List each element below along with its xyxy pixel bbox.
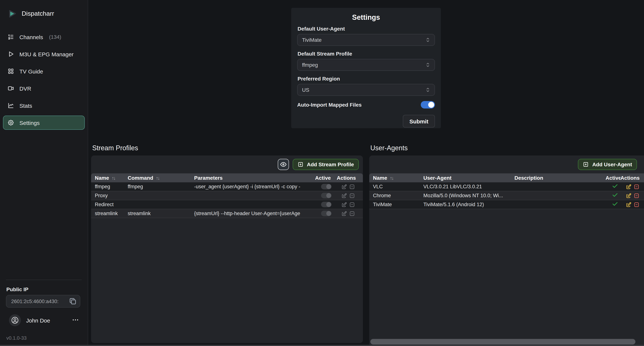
minus-square-icon <box>349 210 355 216</box>
sidebar-item-tv-guide[interactable]: TV Guide <box>3 64 85 78</box>
check-icon <box>612 183 618 189</box>
minus-square-icon <box>634 201 640 207</box>
edit-icon <box>626 201 632 207</box>
preferred-region-select[interactable]: US <box>297 84 435 96</box>
toggle-knob <box>326 202 331 207</box>
cell-name: TiviMate <box>373 202 423 207</box>
default-stream-profile-select[interactable]: ffmpeg <box>297 59 435 71</box>
delete-row-button[interactable] <box>634 201 640 207</box>
submit-row: Submit <box>297 115 435 128</box>
sidebar-item-channels[interactable]: Channels (134) <box>3 30 85 44</box>
delete-row-button[interactable] <box>349 192 355 198</box>
sidebar-item-stats[interactable]: Stats <box>3 98 85 113</box>
row-active-toggle[interactable] <box>321 211 332 216</box>
page-horizontal-scrollbar[interactable] <box>0 345 644 346</box>
toggle-visibility-button[interactable] <box>278 159 289 170</box>
copy-ip-button[interactable] <box>69 297 77 305</box>
copy-icon <box>69 297 77 305</box>
horizontal-scrollbar-thumb[interactable] <box>370 339 636 345</box>
add-user-agent-button[interactable]: Add User-Agent <box>578 159 637 170</box>
delete-row-button[interactable] <box>349 210 355 216</box>
sidebar-item-m3u-epg-manager[interactable]: M3U & EPG Manager <box>3 47 85 61</box>
row-active-toggle[interactable] <box>321 193 332 198</box>
user-agents-panel: Add User-Agent Name↑↓ User-Agent Descrip… <box>369 156 644 346</box>
cell-user-agent: TiviMate/5.1.6 (Android 12) <box>423 202 514 207</box>
edit-row-button[interactable] <box>626 201 632 207</box>
minus-square-icon <box>349 184 355 189</box>
stream-profiles-panel: Add Stream Profile Name↑↓ Command↑↓ Para… <box>91 156 363 343</box>
sidebar-footer: Public IP 2601:2c5:4600:a430: John Doe <box>0 280 88 346</box>
plus-square-icon <box>298 162 304 168</box>
edit-row-button[interactable] <box>341 201 347 207</box>
public-ip-label: Public IP <box>0 280 88 295</box>
add-user-agent-label: Add User-Agent <box>592 162 632 168</box>
stream-profiles-toolbar: Add Stream Profile <box>91 156 363 173</box>
app-window: Dispatcharr Channels (134) M3U & EPG Man… <box>0 0 644 346</box>
edit-row-button[interactable] <box>626 192 632 198</box>
cell-name: Chrome <box>373 193 423 198</box>
table-row: VLC VLC/3.0.21 LibVLC/3.0.21 <box>369 182 644 191</box>
column-header-user-agent: User-Agent <box>423 175 514 181</box>
preferred-region-field: Preferred Region US <box>297 76 435 96</box>
settings-title: Settings <box>297 13 435 22</box>
eye-icon <box>280 161 287 168</box>
default-user-agent-select[interactable]: TiviMate <box>297 34 435 46</box>
delete-row-button[interactable] <box>634 192 640 198</box>
user-agents-toolbar: Add User-Agent <box>369 156 644 173</box>
default-user-agent-label: Default User-Agent <box>298 26 435 32</box>
sort-icon: ↑↓ <box>390 175 393 181</box>
chevron-selector-icon <box>425 62 431 68</box>
default-stream-profile-value: ffmpeg <box>302 62 425 68</box>
chart-line-icon <box>8 102 14 109</box>
gear-icon <box>8 119 14 126</box>
column-header-parameters: Parameters <box>194 175 315 181</box>
delete-row-button[interactable] <box>349 201 355 207</box>
user-agents-section: User-Agents Add User-Agent Name↑↓ User-A… <box>369 144 644 346</box>
submit-button[interactable]: Submit <box>403 115 435 128</box>
app-logo[interactable]: Dispatcharr <box>0 0 88 25</box>
check-icon <box>612 192 618 198</box>
column-header-name[interactable]: Name↑↓ <box>95 175 128 181</box>
edit-row-button[interactable] <box>341 184 347 189</box>
table-row: Redirect <box>91 200 363 209</box>
edit-icon <box>626 192 632 198</box>
user-menu-button[interactable] <box>71 316 80 324</box>
sidebar-item-dvr[interactable]: DVR <box>3 81 85 95</box>
column-header-active: Active <box>315 175 337 181</box>
delete-row-button[interactable] <box>349 184 355 189</box>
column-header-active: Active <box>606 175 620 181</box>
cell-parameters: -user_agent {userAgent} -i {streamUrl} -… <box>194 184 315 189</box>
default-user-agent-value: TiviMate <box>302 37 425 43</box>
cell-user-agent: Mozilla/5.0 (Windows NT 10.0; Wi... <box>423 193 514 198</box>
cell-name: VLC <box>373 184 423 189</box>
edit-row-button[interactable] <box>341 210 347 216</box>
column-header-name[interactable]: Name↑↓ <box>373 175 423 181</box>
minus-square-icon <box>349 201 355 207</box>
row-active-toggle[interactable] <box>321 202 332 207</box>
add-stream-profile-label: Add Stream Profile <box>307 162 354 168</box>
cell-name: Proxy <box>95 193 128 198</box>
add-stream-profile-button[interactable]: Add Stream Profile <box>293 159 359 170</box>
sidebar-item-settings[interactable]: Settings <box>3 116 85 130</box>
cell-name: ffmpeg <box>95 184 128 189</box>
public-ip-value: 2601:2c5:4600:a430: <box>11 299 69 304</box>
sidebar-nav: Channels (134) M3U & EPG Manager TV Guid… <box>0 25 88 130</box>
user-agents-header-row: Name↑↓ User-Agent Description Active Act… <box>369 173 644 182</box>
cell-user-agent: VLC/3.0.21 LibVLC/3.0.21 <box>423 184 514 189</box>
edit-icon <box>341 184 347 189</box>
table-row: ffmpeg ffmpeg -user_agent {userAgent} -i… <box>91 182 363 191</box>
auto-import-toggle[interactable] <box>421 101 435 109</box>
user-menu-row: John Doe <box>9 314 80 326</box>
app-version: v0.1.0-33 <box>0 326 88 341</box>
delete-row-button[interactable] <box>634 184 640 189</box>
column-header-command[interactable]: Command↑↓ <box>128 175 194 181</box>
avatar <box>9 314 21 326</box>
row-active-toggle[interactable] <box>321 184 332 189</box>
default-stream-profile-field: Default Stream Profile ffmpeg <box>297 51 435 71</box>
edit-row-button[interactable] <box>341 192 347 198</box>
sidebar-item-label: DVR <box>20 85 31 92</box>
cell-name: streamlink <box>95 211 128 216</box>
auto-import-label: Auto-Import Mapped Files <box>297 102 362 108</box>
user-circle-icon <box>11 316 19 324</box>
edit-row-button[interactable] <box>626 184 632 189</box>
